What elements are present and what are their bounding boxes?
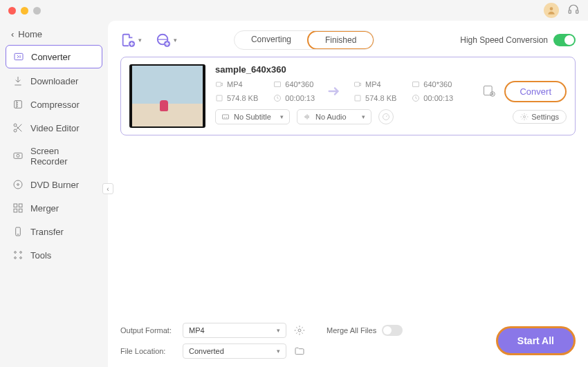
add-file-button[interactable]: ▾: [120, 32, 142, 48]
merge-toggle[interactable]: [382, 325, 403, 336]
clock-icon: [412, 94, 420, 102]
clock-icon: [273, 94, 282, 102]
svg-point-19: [20, 257, 22, 259]
sidebar-item-label: Transfer: [30, 227, 64, 237]
tools-icon: [12, 250, 24, 261]
svg-rect-23: [217, 82, 221, 86]
recorder-icon: [12, 151, 24, 162]
add-url-icon: [156, 32, 171, 48]
maximize-window[interactable]: [33, 7, 41, 15]
convert-button[interactable]: Convert: [504, 81, 567, 102]
svg-rect-7: [14, 153, 22, 158]
svg-rect-27: [355, 82, 360, 86]
chevron-down-icon: ▾: [277, 327, 280, 334]
gear-icon: [520, 113, 529, 121]
file-location-select[interactable]: Converted ▾: [183, 344, 286, 359]
home-link[interactable]: ‹ Home: [6, 25, 102, 44]
sidebar-item-transfer[interactable]: Transfer: [6, 220, 102, 243]
tab-finished[interactable]: Finished: [307, 30, 374, 50]
sidebar-item-downloader[interactable]: Downloader: [6, 70, 102, 92]
subtitle-select[interactable]: No Subtitle ▾: [215, 109, 290, 124]
resolution-icon: [412, 80, 420, 88]
video-icon: [353, 80, 362, 88]
target-meta: MP4 640*360 574.8 KB 00:00:13: [353, 80, 453, 102]
sidebar-item-label: Downloader: [30, 76, 78, 86]
svg-point-17: [20, 252, 22, 254]
chevron-left-icon: ‹: [11, 29, 14, 39]
transfer-icon: [12, 226, 24, 237]
arrow-right-icon: [324, 84, 344, 99]
headset-icon: [567, 3, 580, 16]
window-controls[interactable]: [8, 7, 41, 15]
merge-label: Merge All Files: [327, 326, 376, 335]
tab-converting[interactable]: Converting: [235, 31, 308, 49]
disc-icon: [12, 179, 24, 190]
add-url-button[interactable]: ▾: [156, 32, 177, 48]
sidebar-item-label: Tools: [30, 250, 51, 261]
svg-point-0: [550, 7, 553, 10]
task-settings-button[interactable]: [482, 84, 496, 100]
sidebar-item-label: Screen Recorder: [30, 146, 95, 167]
chevron-down-icon: ▾: [362, 113, 365, 120]
sidebar-item-screen-recorder[interactable]: Screen Recorder: [6, 140, 102, 172]
svg-rect-1: [569, 10, 571, 13]
folder-icon: [294, 346, 305, 357]
svg-rect-29: [355, 95, 360, 101]
file-card: sample_640x360 MP4 640*360 574.8 KB 00:0…: [120, 57, 576, 135]
info-button[interactable]: [378, 109, 394, 124]
svg-point-10: [17, 184, 19, 186]
svg-rect-12: [19, 204, 22, 207]
sidebar-item-dvd-burner[interactable]: DVD Burner: [6, 173, 102, 196]
sidebar-item-converter[interactable]: Converter: [6, 45, 102, 68]
output-format-label: Output Format:: [120, 326, 176, 335]
collapse-sidebar-button[interactable]: ‹: [102, 183, 113, 194]
source-meta: MP4 640*360 574.8 KB 00:00:13: [215, 80, 315, 102]
support-button[interactable]: [567, 3, 580, 18]
sidebar-item-label: Merger: [30, 203, 59, 214]
high-speed-toggle[interactable]: [553, 34, 576, 46]
compressor-icon: [12, 99, 24, 110]
scissors-icon: [12, 122, 24, 133]
svg-rect-33: [223, 115, 229, 119]
svg-rect-24: [275, 82, 281, 87]
audio-select[interactable]: No Audio ▾: [297, 109, 371, 124]
sidebar-item-compressor[interactable]: Compressor: [6, 93, 102, 115]
user-avatar[interactable]: [544, 3, 559, 18]
sidebar-item-label: DVD Burner: [30, 180, 79, 190]
sidebar-item-merger[interactable]: Merger: [6, 197, 102, 219]
gear-icon: [294, 325, 305, 336]
svg-point-8: [17, 154, 19, 157]
minimize-window[interactable]: [21, 7, 28, 15]
chevron-down-icon: ▾: [280, 113, 284, 120]
start-all-button[interactable]: Start All: [496, 326, 576, 355]
format-settings-button[interactable]: [293, 324, 306, 337]
open-folder-button[interactable]: [293, 345, 306, 357]
svg-rect-2: [576, 10, 578, 13]
sidebar-item-tools[interactable]: Tools: [6, 244, 102, 266]
chevron-down-icon: ▾: [138, 37, 142, 44]
svg-point-6: [14, 129, 17, 132]
sidebar-item-video-editor[interactable]: Video Editor: [6, 117, 102, 139]
svg-rect-28: [413, 82, 419, 87]
sidebar-item-label: Converter: [31, 52, 71, 62]
audio-icon: [303, 113, 311, 121]
add-file-icon: [120, 32, 136, 48]
svg-point-18: [15, 257, 17, 259]
close-window[interactable]: [8, 7, 16, 15]
merger-icon: [12, 203, 24, 214]
status-tabs: Converting Finished: [234, 30, 374, 50]
chevron-down-icon: ▾: [174, 37, 177, 44]
video-thumbnail[interactable]: [129, 64, 205, 128]
file-location-label: File Location:: [120, 347, 176, 355]
sidebar-item-label: Compressor: [30, 100, 80, 110]
svg-point-35: [524, 116, 526, 118]
resolution-icon: [273, 80, 282, 88]
chevron-down-icon: ▾: [277, 348, 280, 355]
size-icon: [215, 94, 223, 102]
sidebar-item-label: Video Editor: [30, 123, 80, 133]
speed-icon: [382, 113, 390, 121]
svg-rect-14: [19, 209, 22, 212]
settings-button[interactable]: Settings: [513, 110, 567, 124]
svg-rect-31: [484, 86, 493, 95]
output-format-select[interactable]: MP4 ▾: [183, 323, 286, 338]
